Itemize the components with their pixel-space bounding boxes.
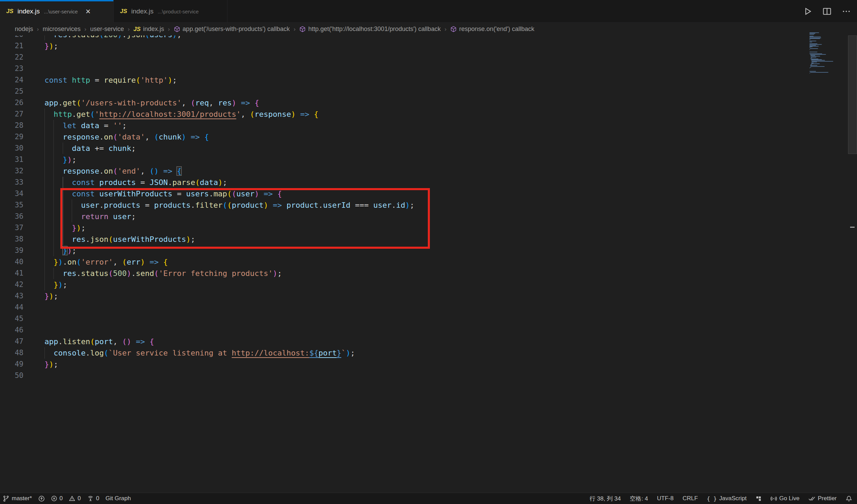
line-number[interactable]: 39 [0,245,23,256]
close-icon[interactable]: ✕ [85,8,91,16]
line-number[interactable]: 23 [0,63,23,74]
minimap-line [809,68,810,68]
editor-tab-2[interactable]: JSindex.js...\product-service [114,0,228,23]
breadcrumb: nodejs›microservices›user-service›JSinde… [0,23,857,35]
line-number[interactable]: 31 [0,154,23,165]
line-number[interactable]: 49 [0,359,23,370]
code-line-22[interactable]: 22 [0,52,857,63]
line-number[interactable]: 48 [0,347,23,359]
line-number[interactable]: 47 [0,336,23,347]
line-number[interactable]: 35 [0,199,23,211]
minimap-line [810,65,817,66]
status-item-right-6[interactable] [756,493,762,504]
split-editor-icon[interactable] [823,7,831,16]
line-number[interactable]: 25 [0,86,23,97]
code-line-48[interactable]: 48 console.log(`User service listening a… [0,347,857,359]
code-line-45[interactable]: 45 [0,313,857,325]
status-item-right-3[interactable]: UTF-8 [657,493,674,504]
status-item-right-7[interactable]: Go Live [770,493,800,504]
line-number[interactable]: 36 [0,211,23,222]
code-line-32[interactable]: 32 response.on('end', () => { [0,165,857,177]
more-actions-icon[interactable] [842,7,851,16]
line-number[interactable]: 38 [0,234,23,245]
code-line-30[interactable]: 30 data += chunk; [0,143,857,154]
code-line-50[interactable]: 50 [0,370,857,381]
line-number[interactable]: 24 [0,74,23,86]
status-item-right-1[interactable]: 行 38, 列 34 [589,493,621,504]
breadcrumb-symbol[interactable]: response.on('end') callback [450,25,534,33]
line-number[interactable]: 45 [0,313,23,325]
code-line-21[interactable]: 21}); [0,40,857,52]
status-item-left-1[interactable]: master* [3,493,32,504]
code-line-41[interactable]: 41 res.status(500).send('Error fetching … [0,268,857,279]
code-line-23[interactable]: 23 [0,63,857,74]
code-line-43[interactable]: 43}); [0,290,857,302]
status-item-left-4[interactable]: 0 [69,493,81,504]
run-icon[interactable] [803,7,812,16]
status-item-right-9[interactable] [846,493,852,504]
code-line-20[interactable]: 20 res.status(200).json(users); [0,35,857,40]
code-line-34[interactable]: 34 const userWithProducts = users.map((u… [0,188,857,199]
code-line-24[interactable]: 24const http = require('http'); [0,74,857,86]
code-line-27[interactable]: 27 http.get('http://localhost:3001/produ… [0,109,857,120]
code-line-26[interactable]: 26app.get('/users-with-products', (req, … [0,97,857,109]
status-item-left-5[interactable]: 0 [87,493,99,504]
line-number[interactable]: 44 [0,302,23,313]
code-line-38[interactable]: 38 res.json(userWithProducts); [0,234,857,245]
line-number[interactable]: 20 [0,35,23,40]
line-number[interactable]: 32 [0,165,23,177]
code-line-28[interactable]: 28 let data = ''; [0,120,857,131]
line-number[interactable]: 27 [0,109,23,120]
status-item-right-2[interactable]: 空格: 4 [630,493,648,504]
tab-dirname: ...\user-service [44,9,78,14]
status-item-right-5[interactable]: { }JavaScript [707,493,746,504]
line-number[interactable]: 50 [0,370,23,381]
breadcrumb-folder[interactable]: nodejs [15,25,33,33]
breadcrumb-symbol[interactable]: app.get('/users-with-products') callback [174,25,290,33]
line-number[interactable]: 43 [0,290,23,302]
code-line-47[interactable]: 47app.listen(port, () => { [0,336,857,347]
line-number[interactable]: 33 [0,177,23,188]
code-line-39[interactable]: 39 }); [0,245,857,256]
code-line-40[interactable]: 40 }).on('error', (err) => { [0,256,857,268]
status-item-left-3[interactable]: 0 [51,493,63,504]
line-number[interactable]: 34 [0,188,23,199]
breadcrumb-file[interactable]: JSindex.js [133,25,164,33]
line-number[interactable]: 42 [0,279,23,290]
code-text: res.json(userWithProducts); [44,234,195,245]
status-item-left-2[interactable] [38,493,45,504]
code-line-37[interactable]: 37 }); [0,222,857,234]
minimap-line [809,73,810,73]
code-line-25[interactable]: 25 [0,86,857,97]
code-line-44[interactable]: 44 [0,302,857,313]
status-item-left-6[interactable]: Git Graph [105,493,131,504]
code-editor[interactable]: 20 res.status(200).json(users);21});2223… [0,35,857,493]
line-number[interactable]: 41 [0,268,23,279]
code-line-35[interactable]: 35 user.products = products.filter((prod… [0,199,857,211]
code-line-46[interactable]: 46 [0,325,857,336]
editor-tab-1[interactable]: JSindex.js...\user-service✕ [0,0,114,23]
line-number[interactable]: 30 [0,143,23,154]
vertical-scrollbar[interactable] [848,35,857,154]
code-line-42[interactable]: 42 }); [0,279,857,290]
breadcrumb-symbol[interactable]: http.get('http://localhost:3001/products… [299,25,441,33]
line-number[interactable]: 28 [0,120,23,131]
line-number[interactable]: 22 [0,52,23,63]
line-number[interactable]: 29 [0,131,23,143]
status-item-right-8[interactable]: Prettier [808,493,837,504]
code-line-33[interactable]: 33 const products = JSON.parse(data); [0,177,857,188]
breadcrumb-folder[interactable]: user-service [90,25,124,33]
line-number[interactable]: 46 [0,325,23,336]
code-line-49[interactable]: 49}); [0,359,857,370]
code-line-29[interactable]: 29 response.on('data', (chunk) => { [0,131,857,143]
breadcrumb-folder[interactable]: microservices [43,25,81,33]
minimap-line [810,72,828,73]
minimap[interactable] [809,32,847,74]
code-line-31[interactable]: 31 }); [0,154,857,165]
code-line-36[interactable]: 36 return user; [0,211,857,222]
line-number[interactable]: 37 [0,222,23,234]
line-number[interactable]: 26 [0,97,23,109]
status-item-right-4[interactable]: CRLF [683,493,698,504]
line-number[interactable]: 21 [0,40,23,52]
line-number[interactable]: 40 [0,256,23,268]
